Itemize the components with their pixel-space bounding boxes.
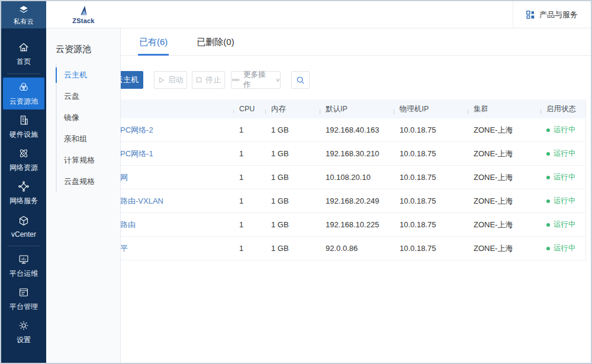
content-area: 云资源池 云主机 云盘 镜像 亲和组 计算规格 云盘规格 已有(6) 已删除(0… (46, 28, 591, 363)
vm-host-ip: 10.0.18.75 (394, 149, 468, 158)
vm-name-link[interactable]: 网 (120, 173, 128, 182)
primary-sidebar: 首页 云资源池 硬件设施 (1, 28, 46, 363)
status-badge: 运行中 (554, 125, 576, 135)
vm-cluster: ZONE-上海 (468, 149, 540, 159)
sidebar-item-label: 平台运维 (9, 269, 38, 279)
tab-bar: 已有(6) 已删除(0) (46, 28, 591, 56)
vm-name-link[interactable]: PC网络-2 (120, 125, 153, 134)
sidebar-item-label: 网络资源 (9, 163, 38, 173)
vm-cluster: ZONE-上海 (468, 196, 540, 207)
settings-gear-icon (17, 319, 30, 332)
tab-deleted[interactable]: 已删除(0) (195, 28, 235, 56)
status-badge: 运行中 (554, 220, 576, 230)
submenu-item-instance-offering[interactable]: 计算规格 (57, 150, 120, 171)
vm-cpu: 1 (233, 149, 265, 158)
status-badge: 运行中 (554, 243, 576, 253)
vm-name-link[interactable]: 平 (120, 244, 128, 253)
vm-cluster: ZONE-上海 (468, 243, 540, 254)
sidebar-item-home[interactable]: 首页 (3, 38, 44, 70)
status-dot (546, 199, 550, 203)
sidebar-item-network-service[interactable]: 网络服务 (3, 177, 44, 209)
vm-memory: 1 GB (265, 125, 320, 134)
sidebar-item-resource-pool[interactable]: 云资源池 (3, 78, 44, 109)
start-button[interactable]: 启动 (154, 71, 187, 89)
vm-host-ip: 10.0.18.75 (394, 220, 468, 229)
resource-pool-icon (17, 80, 30, 94)
vm-host-ip: 10.0.18.75 (394, 173, 468, 182)
submenu-item-disk-offering[interactable]: 云盘规格 (57, 171, 120, 192)
play-icon (158, 77, 165, 83)
column-header-host-ip: 物理机IP (394, 104, 468, 114)
table-row: 网 1 1 GB 10.108.20.10 10.0.18.75 ZONE-上海… (120, 166, 585, 189)
vm-cpu: 1 (233, 197, 265, 205)
submenu-item-affinity-group[interactable]: 亲和组 (57, 128, 120, 150)
column-header-cluster: 集群 (468, 104, 540, 114)
vm-name-link[interactable]: 路由-VXLAN (120, 197, 163, 205)
ops-monitor-icon (17, 253, 30, 266)
submenu-item-image[interactable]: 镜像 (57, 107, 120, 128)
submenu-title: 云资源池 (56, 44, 120, 55)
table-row: PC网络-1 1 1 GB 192.168.30.210 10.0.18.75 … (120, 142, 585, 166)
sidebar-item-hardware[interactable]: 硬件设施 (3, 111, 44, 143)
sidebar-item-network-resource[interactable]: 网络资源 (3, 144, 44, 176)
vm-cluster: ZONE-上海 (468, 125, 540, 136)
vm-cpu: 1 (233, 220, 265, 229)
vm-cluster: ZONE-上海 (468, 220, 540, 230)
vm-name-link[interactable]: 路由 (120, 220, 136, 229)
vm-name-link[interactable]: PC网络-1 (120, 149, 153, 158)
status-dot (546, 247, 550, 250)
vm-default-ip: 92.0.0.86 (320, 244, 394, 253)
zstack-logo (77, 5, 90, 17)
brand-logo: ZStack (46, 1, 121, 28)
table-row: 路由-VXLAN 1 1 GB 192.168.20.249 10.0.18.7… (120, 189, 585, 213)
tab-existing[interactable]: 已有(6) (138, 28, 169, 56)
column-header-default-ip: 默认IP (320, 104, 394, 114)
status-dot (546, 152, 550, 156)
sidebar-item-platform-ops[interactable]: 平台运维 (3, 250, 44, 282)
products-services-label: 产品与服务 (539, 9, 578, 20)
sidebar-item-platform-management[interactable]: 平台管理 (3, 283, 44, 315)
products-services-button[interactable]: 产品与服务 (513, 1, 591, 28)
search-button[interactable] (291, 71, 310, 89)
vm-host-ip: 10.0.18.75 (394, 244, 468, 253)
sidebar-item-vcenter[interactable]: vCenter (3, 210, 44, 242)
stop-button[interactable]: 停止 (192, 71, 225, 89)
product-switcher[interactable]: 私有云 (1, 1, 46, 28)
more-dots-icon (231, 78, 240, 82)
stop-square-icon (196, 77, 202, 83)
sidebar-item-label: 网络服务 (9, 196, 38, 206)
submenu-item-vm[interactable]: 云主机 (57, 65, 120, 86)
column-header-memory: 内存 (265, 104, 320, 114)
sidebar-item-label: 设置 (17, 335, 31, 345)
vm-memory: 1 GB (265, 220, 320, 229)
status-badge: 运行中 (554, 149, 576, 159)
vm-memory: 1 GB (265, 244, 320, 253)
vm-default-ip: 10.108.20.10 (320, 173, 394, 182)
search-icon (296, 76, 305, 85)
app-body: 首页 云资源池 硬件设施 (1, 28, 591, 363)
vm-cpu: 1 (233, 125, 265, 134)
submenu-item-volume[interactable]: 云盘 (57, 86, 120, 107)
sidebar-item-label: 平台管理 (9, 302, 38, 312)
sidebar-divider (7, 246, 40, 246)
column-header-cpu: CPU (233, 105, 265, 113)
vm-host-ip: 10.0.18.75 (394, 125, 468, 134)
vm-cluster: ZONE-上海 (468, 172, 540, 183)
sidebar-item-settings[interactable]: 设置 (3, 316, 44, 348)
more-actions-button[interactable]: 更多操作 ∨ (231, 71, 281, 89)
product-switcher-label: 私有云 (14, 17, 34, 26)
sidebar-item-label: 首页 (17, 57, 31, 67)
sidebar-item-label: 云资源池 (9, 96, 38, 107)
topbar-right: ZStack 产品与服务 (46, 1, 591, 28)
start-button-label: 启动 (168, 75, 184, 85)
vm-default-ip: 192.168.30.210 (320, 149, 394, 158)
hardware-icon (17, 114, 30, 127)
sidebar-item-label: 硬件设施 (9, 130, 38, 140)
vm-default-ip: 192.168.10.225 (320, 220, 394, 229)
vm-host-ip: 10.0.18.75 (394, 197, 468, 205)
vm-cpu: 1 (233, 173, 265, 182)
chevron-down-icon: ∨ (275, 77, 281, 83)
vm-memory: 1 GB (265, 173, 320, 182)
brand-logo-text: ZStack (72, 17, 94, 24)
status-dot (546, 128, 550, 132)
